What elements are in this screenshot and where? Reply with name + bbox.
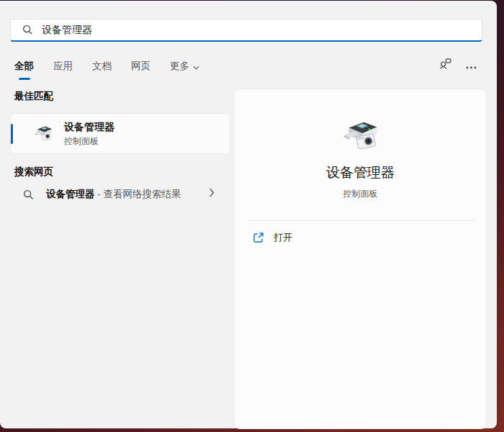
chevron-down-icon: [193, 61, 199, 72]
chevron-right-icon[interactable]: [209, 188, 215, 197]
header-icon-group: [439, 58, 477, 73]
search-icon: [23, 189, 34, 200]
device-manager-icon-large: [341, 116, 381, 153]
selection-accent-bar: [11, 124, 13, 144]
web-search-text: 设备管理器 - 查看网络搜索结果: [46, 188, 181, 201]
tab-more-label: 更多: [170, 60, 189, 73]
tab-more[interactable]: 更多: [170, 60, 199, 73]
preview-subtitle: 控制面板: [235, 188, 486, 200]
best-match-heading: 最佳匹配: [14, 90, 53, 103]
search-box[interactable]: [10, 19, 482, 42]
search-flyout-panel: 全部 应用 文档 网页 更多 最佳匹配: [0, 1, 497, 428]
tab-web[interactable]: 网页: [131, 60, 150, 73]
preview-title: 设备管理器: [235, 163, 486, 182]
open-action-label: 打开: [274, 231, 292, 244]
web-search-heading: 搜索网页: [14, 166, 53, 179]
tab-apps[interactable]: 应用: [53, 60, 73, 73]
device-manager-icon: [33, 123, 54, 144]
search-input[interactable]: [42, 24, 473, 36]
tab-documents[interactable]: 文档: [92, 60, 112, 73]
web-search-suffix: - 查看网络搜索结果: [95, 189, 181, 199]
tab-all[interactable]: 全部: [14, 60, 34, 73]
best-match-subtitle: 控制面板: [64, 135, 99, 148]
preview-divider: [248, 220, 474, 221]
open-action[interactable]: 打开: [253, 231, 486, 244]
result-preview-card: 设备管理器 控制面板 打开: [234, 89, 487, 429]
best-match-result[interactable]: 设备管理器 控制面板: [10, 113, 230, 154]
best-match-title: 设备管理器: [64, 121, 114, 134]
account-icon[interactable]: [439, 58, 451, 73]
open-external-icon: [253, 232, 264, 243]
more-options-icon[interactable]: [466, 59, 477, 72]
web-search-result[interactable]: 设备管理器 - 查看网络搜索结果: [10, 181, 230, 207]
web-search-query: 设备管理器: [46, 189, 95, 199]
search-icon: [22, 24, 33, 35]
search-filter-tabs: 全部 应用 文档 网页 更多: [14, 60, 199, 73]
